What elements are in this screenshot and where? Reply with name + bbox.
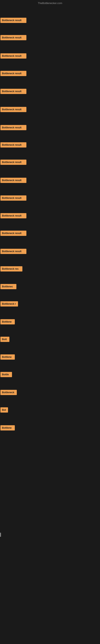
- bottleneck-row-9: Bottleneck result: [0, 159, 27, 166]
- bottleneck-row-19: Bott: [0, 336, 10, 344]
- bottleneck-badge[interactable]: Bottleneck result: [0, 35, 26, 40]
- bottleneck-row-16: Bottlenec: [0, 283, 17, 291]
- bottleneck-badge[interactable]: Bottleneck res: [0, 266, 22, 272]
- bottleneck-badge[interactable]: Bottleneck r: [0, 301, 18, 306]
- bottleneck-row-2: Bottleneck result: [0, 34, 27, 42]
- bottleneck-row-22: Bottleneck: [0, 389, 17, 397]
- bottleneck-badge[interactable]: Bottleneck result: [0, 178, 26, 183]
- bottleneck-row-18: Bottlene: [0, 318, 15, 326]
- bottleneck-row-8: Bottleneck result: [0, 142, 27, 149]
- bottleneck-row-3: Bottleneck result: [0, 52, 27, 60]
- bottleneck-row-7: Bottleneck result: [0, 124, 27, 132]
- bottleneck-row-1: Bottleneck result: [0, 17, 27, 24]
- bottleneck-row-11: Bottleneck result: [0, 194, 27, 202]
- bottleneck-badge[interactable]: Bottleneck result: [0, 125, 26, 130]
- bottleneck-badge[interactable]: Bottleneck result: [0, 89, 26, 94]
- bottleneck-badge[interactable]: Bottlene: [0, 425, 15, 430]
- bottleneck-row-4: Bottleneck result: [0, 70, 27, 78]
- bottleneck-badge[interactable]: Bottleneck result: [0, 53, 26, 58]
- bottleneck-badge[interactable]: Bottleneck result: [0, 249, 26, 254]
- bottleneck-row-21: Bottle: [0, 371, 12, 379]
- bottleneck-badge[interactable]: Bottleneck result: [0, 18, 26, 23]
- bottleneck-badge[interactable]: Bottlene: [0, 319, 15, 324]
- bottleneck-row-6: Bottleneck result: [0, 106, 27, 114]
- bottleneck-row-5: Bottleneck result: [0, 88, 27, 96]
- bottleneck-row-17: Bottleneck r: [0, 300, 18, 308]
- bottleneck-badge[interactable]: Bottleneck result: [0, 160, 26, 165]
- bottleneck-badge[interactable]: Bottleneck result: [0, 71, 26, 76]
- site-title: TheBottlenecker.com: [38, 2, 62, 5]
- bottleneck-badge[interactable]: Bottleneck result: [0, 231, 26, 236]
- site-header: TheBottlenecker.com: [0, 0, 100, 6]
- bottleneck-badge[interactable]: Bottleneck: [0, 390, 17, 395]
- bottleneck-badge[interactable]: Bottlene: [0, 354, 15, 360]
- bottleneck-badge[interactable]: Bottleneck result: [0, 196, 26, 201]
- bottleneck-row-20: Bottlene: [0, 354, 15, 361]
- bottleneck-row-13: Bottleneck result: [0, 230, 27, 238]
- bottleneck-row-10: Bottleneck result: [0, 177, 27, 184]
- bottleneck-row-14: Bottleneck result: [0, 248, 27, 256]
- bottleneck-badge[interactable]: Bottleneck result: [0, 107, 26, 112]
- bottleneck-badge[interactable]: Bottlenec: [0, 284, 16, 289]
- bottleneck-badge[interactable]: Bot: [0, 407, 8, 412]
- bottleneck-row-12: Bottleneck result: [0, 212, 27, 220]
- bottleneck-badge[interactable]: Bottle: [0, 372, 12, 377]
- bottleneck-badge[interactable]: Bott: [0, 337, 9, 342]
- bottleneck-badge[interactable]: Bottleneck result: [0, 213, 26, 218]
- bottleneck-row-23: Bot: [0, 406, 8, 414]
- text-cursor: [0, 533, 1, 537]
- bottleneck-badge[interactable]: Bottleneck result: [0, 142, 26, 148]
- bottleneck-row-15: Bottleneck res: [0, 266, 23, 273]
- bottleneck-row-24: Bottlene: [0, 424, 15, 432]
